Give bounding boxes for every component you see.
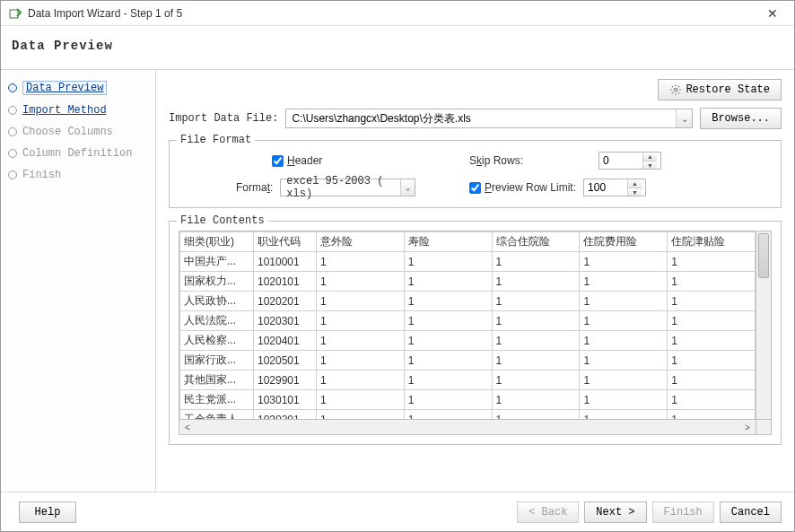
table-cell: 1 [492, 252, 580, 272]
table-cell: 1020401 [254, 331, 317, 351]
preview-table-scroll[interactable]: 细类(职业)职业代码意外险寿险综合住院险住院费用险住院津贴险 中国共产...10… [179, 231, 756, 419]
table-cell: 1 [580, 351, 668, 371]
scroll-thumb[interactable] [758, 233, 769, 278]
scroll-right-icon[interactable]: > [741, 423, 754, 432]
svg-point-1 [675, 88, 678, 92]
table-cell: 人民政协... [180, 292, 254, 311]
table-cell: 1 [668, 410, 756, 420]
step-label: Data Preview [22, 81, 107, 95]
table-cell: 1 [492, 390, 580, 410]
table-cell: 1 [404, 252, 492, 272]
table-row[interactable]: 人民检察...102040111111 [180, 331, 756, 351]
table-cell: 1030101 [254, 390, 317, 410]
column-header[interactable]: 职业代码 [254, 232, 317, 252]
skip-rows-input-wrap: ▲▼ [598, 152, 661, 170]
column-header[interactable]: 综合住院险 [492, 232, 580, 252]
file-dropdown-icon[interactable]: ⌄ [676, 109, 692, 127]
table-cell: 1 [668, 331, 756, 351]
file-format-legend: File Format [177, 134, 255, 146]
spin-up-icon[interactable]: ▲ [643, 153, 657, 161]
file-contents-legend: File Contents [177, 214, 268, 227]
finish-button[interactable]: Finish [652, 501, 714, 523]
table-row[interactable]: 其他国家...102990111111 [180, 371, 756, 390]
table-cell: 1 [492, 351, 580, 371]
format-select[interactable]: excel 95-2003 ( xls) ⌄ [280, 179, 415, 196]
format-value: excel 95-2003 ( xls) [281, 175, 400, 200]
table-cell: 人民法院... [180, 311, 254, 331]
header-checkbox[interactable] [272, 155, 284, 167]
table-cell: 其他国家... [180, 371, 254, 390]
table-row[interactable]: 中国共产...101000111111 [180, 252, 756, 272]
restore-state-button[interactable]: Restore State [658, 79, 782, 100]
step-label: Column Definition [22, 147, 132, 160]
table-cell: 1 [580, 272, 668, 292]
table-cell: 1020201 [254, 292, 317, 311]
table-cell: 1 [404, 351, 492, 371]
column-header[interactable]: 住院费用险 [580, 232, 668, 252]
column-header[interactable]: 寿险 [404, 232, 492, 252]
wizard-step-3: Column Definition [6, 145, 150, 161]
step-circle-icon [8, 127, 17, 136]
svg-rect-0 [10, 10, 18, 18]
preview-limit-input-wrap: ▲▼ [583, 179, 646, 196]
table-cell: 1 [492, 311, 580, 331]
table-row[interactable]: 国家行政...102050111111 [180, 351, 756, 371]
table-cell: 1 [317, 371, 405, 390]
app-icon [8, 6, 22, 21]
import-file-row: Import Data File: ⌄ Browse... [169, 108, 782, 129]
preview-limit-checkbox[interactable] [469, 182, 481, 194]
cancel-button[interactable]: Cancel [720, 501, 782, 523]
table-cell: 1 [668, 311, 756, 331]
table-row[interactable]: 人民法院...102030111111 [180, 311, 756, 331]
spin-down-icon[interactable]: ▼ [628, 188, 642, 196]
step-label: Import Method [22, 104, 107, 117]
table-cell: 1020301 [254, 311, 317, 331]
close-icon[interactable]: ✕ [758, 4, 787, 23]
table-cell: 1 [317, 272, 405, 292]
step-label: Choose Columns [22, 126, 113, 138]
table-cell: 1030201 [254, 410, 317, 420]
table-cell: 1 [580, 252, 668, 272]
browse-button[interactable]: Browse... [700, 108, 782, 129]
spin-up-icon[interactable]: ▲ [628, 179, 642, 188]
file-format-fieldset: File Format Header Skip Rows: ▲▼ [169, 140, 782, 208]
step-circle-icon [8, 170, 17, 179]
column-header[interactable]: 住院津贴险 [668, 232, 756, 252]
table-cell: 1 [492, 331, 580, 351]
table-cell: 1 [668, 292, 756, 311]
table-cell: 1 [580, 371, 668, 390]
next-button[interactable]: Next > [584, 501, 646, 523]
file-contents-fieldset: File Contents 细类(职业)职业代码意外险寿险综合住院险住院费用险住… [169, 221, 782, 445]
header-checkbox-wrap[interactable]: Header [272, 154, 322, 167]
skip-rows-input[interactable] [599, 154, 642, 167]
skip-rows-label: Skip Rows: [469, 154, 523, 167]
table-cell: 1 [317, 410, 405, 420]
wizard-step-1[interactable]: Import Method [6, 102, 150, 118]
vertical-scrollbar[interactable] [756, 231, 771, 419]
help-button[interactable]: Help [19, 501, 76, 523]
preview-limit-checkbox-wrap[interactable]: Preview Row Limit: [469, 181, 576, 194]
table-row[interactable]: 国家权力...102010111111 [180, 272, 756, 292]
table-row[interactable]: 民主党派...103010111111 [180, 390, 756, 410]
table-cell: 1 [580, 311, 668, 331]
table-cell: 1 [317, 390, 405, 410]
table-row[interactable]: 人民政协...102020111111 [180, 292, 756, 311]
import-file-input[interactable] [286, 109, 676, 127]
preview-limit-input[interactable] [584, 181, 627, 194]
horizontal-scrollbar[interactable]: < > [179, 419, 756, 434]
back-button[interactable]: < Back [517, 501, 579, 523]
column-header[interactable]: 细类(职业) [180, 232, 254, 252]
spin-down-icon[interactable]: ▼ [643, 161, 657, 169]
table-cell: 1 [580, 390, 668, 410]
table-cell: 1029901 [254, 371, 317, 390]
format-dropdown-icon[interactable]: ⌄ [400, 179, 415, 196]
table-cell: 1 [317, 292, 405, 311]
content-panel: Restore State Import Data File: ⌄ Browse… [156, 70, 794, 505]
wizard-step-0[interactable]: Data Preview [6, 79, 150, 97]
table-row[interactable]: 工会负责人103020111111 [180, 410, 756, 420]
column-header[interactable]: 意外险 [317, 232, 405, 252]
table-cell: 1 [404, 272, 492, 292]
table-cell: 1 [317, 331, 405, 351]
table-cell: 1 [404, 311, 492, 331]
scroll-left-icon[interactable]: < [181, 423, 194, 432]
